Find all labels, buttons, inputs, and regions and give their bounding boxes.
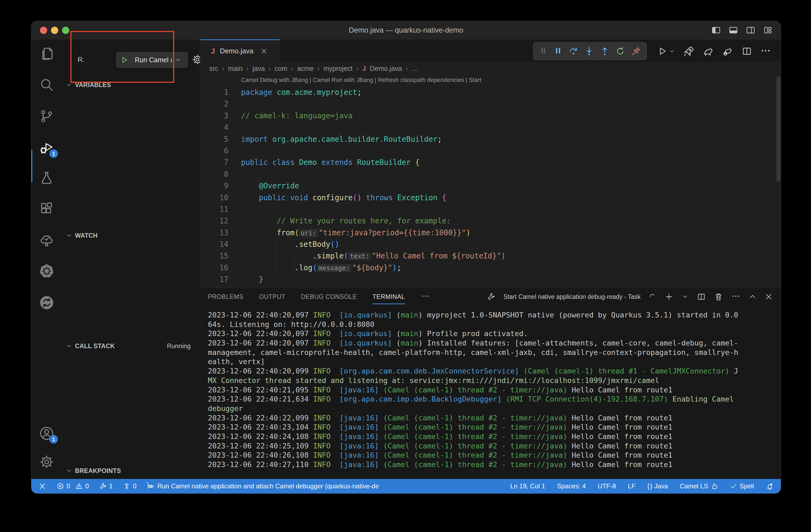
sidebar-item-test-tree[interactable] — [39, 233, 54, 248]
close-panel-icon[interactable] — [765, 293, 773, 301]
split-editor-icon[interactable] — [741, 46, 752, 57]
toggle-primary-sidebar-icon[interactable] — [711, 25, 721, 35]
code-line[interactable]: 7public class Demo extends RouteBuilder … — [200, 157, 776, 168]
code-line[interactable]: 8 — [200, 169, 776, 180]
sidebar-item-sync-circle[interactable] — [39, 295, 54, 310]
breadcrumb-item[interactable]: com — [274, 65, 287, 73]
launch-config-truncated-label: R. — [78, 56, 85, 64]
terminal-task-label[interactable]: Start Camel native application debug-rea… — [504, 293, 641, 300]
drag-handle-icon[interactable] — [539, 46, 548, 56]
java-file-icon: J — [211, 47, 215, 56]
indentation[interactable]: Spaces: 4 — [557, 482, 586, 490]
section-watch[interactable]: WATCH — [62, 230, 200, 241]
editor-more-actions-icon[interactable] — [760, 45, 771, 57]
code-line[interactable]: 17 } — [200, 273, 776, 285]
step-over-icon[interactable] — [568, 46, 579, 56]
code-line[interactable]: 11 — [200, 203, 776, 215]
eol-sequence[interactable]: LF — [628, 482, 636, 490]
problems-summary[interactable]: 0 0 — [57, 482, 89, 490]
disconnect-icon[interactable] — [631, 46, 641, 56]
editor-scrollbar[interactable] — [777, 76, 781, 182]
camel-run-icon[interactable] — [703, 46, 714, 57]
start-debug-icon[interactable] — [120, 56, 128, 64]
notifications-bell-icon[interactable] — [766, 482, 774, 490]
code-line[interactable]: 9 @Override — [200, 180, 776, 192]
tab-debug-console[interactable]: DEBUG CONSOLE — [301, 293, 357, 300]
breadcrumb-item[interactable]: java — [253, 65, 265, 73]
toggle-panel-icon[interactable] — [729, 25, 738, 35]
sidebar-item-explorer[interactable] — [39, 46, 54, 61]
sidebar-item-testing[interactable] — [39, 171, 54, 186]
ports-indicator[interactable]: 0 — [123, 482, 136, 490]
encoding[interactable]: UTF-8 — [598, 482, 616, 490]
breadcrumb-item[interactable]: acme — [297, 65, 313, 73]
code-line[interactable]: 14 .setBody() — [200, 238, 776, 250]
tab-output[interactable]: OUTPUT — [259, 293, 286, 300]
breadcrumb-item[interactable]: Demo.java — [370, 65, 402, 73]
code-line[interactable]: 2 — [200, 98, 776, 110]
launch-config-dropdown[interactable]: Run Camel ı — [116, 52, 188, 68]
code-line[interactable]: 12 // Write your routes here, for exampl… — [200, 215, 776, 226]
settings-gear-icon[interactable] — [39, 454, 54, 469]
terminal-dropdown-icon[interactable] — [682, 293, 689, 300]
section-breakpoints[interactable]: BREAKPOINTS — [62, 466, 200, 476]
code-line[interactable]: 4 — [200, 122, 776, 133]
section-call-stack[interactable]: CALL STACK Running — [62, 341, 200, 351]
tab-problems[interactable]: PROBLEMS — [208, 293, 243, 300]
spell-checker-status[interactable]: Spell — [730, 482, 754, 490]
code-area[interactable]: 1package com.acme.myproject;23// camel-k… — [200, 87, 776, 285]
cursor-position[interactable]: Ln 19, Col 1 — [510, 482, 545, 490]
panel-more-actions-icon[interactable] — [731, 292, 740, 302]
line-number: 14 — [200, 238, 228, 250]
sidebar-item-run-and-debug[interactable]: 1 — [39, 140, 54, 155]
sidebar-item-extensions[interactable] — [39, 202, 54, 217]
toggle-secondary-sidebar-icon[interactable] — [746, 25, 755, 35]
camel-debug-icon[interactable] — [722, 46, 733, 57]
code-line[interactable]: 16 .log(message:"${body}"); — [200, 262, 776, 273]
close-tab-icon[interactable] — [260, 48, 267, 55]
code-line[interactable]: 13 from(uri:"timer:java?period={{time:10… — [200, 227, 776, 238]
code-line[interactable]: 10 public void configure() throws Except… — [200, 192, 776, 203]
code-line[interactable]: 3// camel-k: language=java — [200, 110, 776, 122]
run-java-icon[interactable] — [657, 46, 668, 57]
panel-more-tabs-icon[interactable] — [420, 291, 430, 302]
code-line[interactable]: 6 — [200, 145, 776, 157]
customize-layout-icon[interactable] — [763, 25, 773, 35]
code-line[interactable]: 5import org.apache.camel.builder.RouteBu… — [200, 134, 776, 145]
breadcrumb-item[interactable]: … — [412, 65, 418, 73]
code-line[interactable]: 15 .simple(text:"Hello Camel from ${rout… — [200, 250, 776, 262]
camel-ls-status[interactable]: Camel LS — [680, 482, 718, 490]
breadcrumb[interactable]: src›main›java›com›acme›myproject›JDemo.j… — [209, 62, 418, 75]
tab-terminal[interactable]: TERMINAL — [372, 293, 405, 300]
kill-terminal-icon[interactable] — [714, 292, 723, 301]
maximize-panel-icon[interactable] — [748, 293, 756, 301]
restart-icon[interactable] — [615, 46, 626, 56]
running-tasks[interactable]: 1 — [99, 482, 113, 490]
breadcrumb-item[interactable]: myproject — [323, 65, 352, 73]
debug-status[interactable]: Run Camel native application and attach … — [147, 482, 379, 490]
accounts-icon[interactable]: 1 — [39, 426, 54, 441]
tab-demo-java[interactable]: J Demo.java — [200, 40, 280, 62]
new-terminal-icon[interactable] — [664, 292, 673, 301]
camel-jbang-rocket-icon[interactable] — [683, 46, 694, 57]
step-out-icon[interactable] — [600, 46, 610, 56]
step-into-icon[interactable] — [584, 46, 594, 56]
run-dropdown-chevron-icon[interactable] — [669, 48, 675, 54]
codelens-actions[interactable]: Camel Debug with JBang | Camel Run with … — [241, 77, 481, 83]
sidebar-item-source-control[interactable] — [39, 109, 54, 124]
chevron-down-icon[interactable] — [174, 56, 181, 63]
sidebar-item-search[interactable] — [39, 77, 54, 92]
remote-indicator-icon[interactable] — [38, 482, 46, 490]
split-terminal-icon[interactable] — [697, 292, 706, 301]
language-mode[interactable]: { } Java — [647, 482, 668, 490]
debug-badge: 1 — [49, 149, 58, 158]
section-variables[interactable]: VARIABLES — [62, 79, 200, 90]
breadcrumb-item[interactable]: src — [209, 65, 218, 73]
pause-icon[interactable] — [553, 46, 563, 57]
breadcrumb-item[interactable]: main — [228, 65, 243, 73]
chevron-down-icon — [66, 468, 72, 474]
terminal-output[interactable]: 2023-12-06 22:40:20,097 INFO [io.quarkus… — [208, 311, 778, 469]
terminal-line: MX Connector thread started and listenin… — [208, 376, 778, 386]
sidebar-item-kubernetes[interactable] — [39, 264, 54, 279]
code-line[interactable]: 1package com.acme.myproject; — [200, 87, 776, 98]
